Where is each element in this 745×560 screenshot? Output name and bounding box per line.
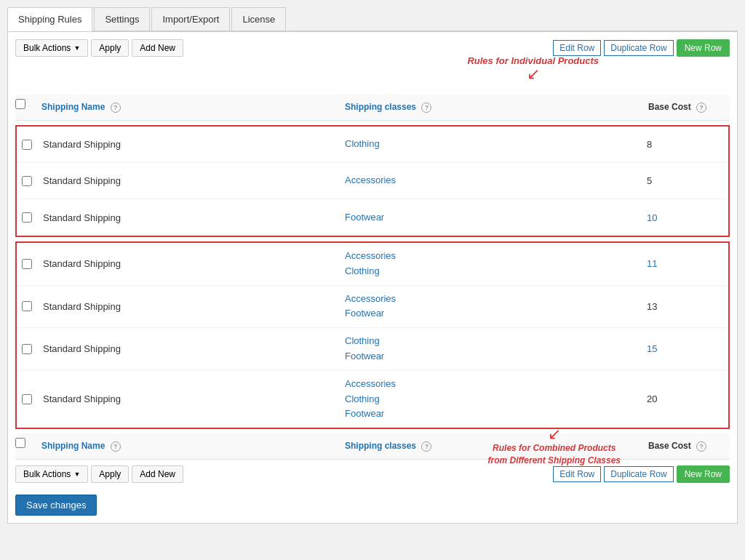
shipping-class-cell: Accessories Clothing Footwear: [339, 371, 641, 428]
table-header-top: Shipping Name ? Shipping classes ? Base …: [15, 95, 730, 121]
row-checkbox[interactable]: [22, 176, 32, 186]
row-checkbox-cell: [17, 243, 37, 285]
table-row: Standard Shipping Accessories Clothing F…: [17, 371, 728, 428]
row-checkbox-cell: [17, 199, 37, 236]
row-checkbox-cell: [17, 127, 37, 162]
base-cost-cell: 5: [641, 163, 728, 199]
table-row: Standard Shipping Accessories Clothing 1…: [17, 243, 728, 286]
bulk-actions-bottom-button[interactable]: Bulk Actions ▼: [15, 465, 88, 483]
table-header-bottom: Shipping Name ? Shipping classes ? Base …: [15, 433, 730, 460]
shipping-classes-info-icon-bottom[interactable]: ?: [421, 441, 431, 452]
tab-shipping-rules[interactable]: Shipping Rules: [7, 7, 92, 31]
table-row: Standard Shipping Clothing 8: [17, 127, 728, 163]
rule-group-1: Standard Shipping Clothing 8 Standard Sh…: [15, 125, 730, 237]
save-changes-button[interactable]: Save changes: [15, 495, 97, 516]
row-checkbox-cell: [17, 286, 37, 328]
shipping-name-cell: Standard Shipping: [37, 328, 339, 370]
shipping-name-cell: Standard Shipping: [37, 199, 339, 236]
edit-row-top-button[interactable]: Edit Row: [553, 40, 601, 56]
select-all-top-checkbox[interactable]: [15, 99, 25, 109]
edit-row-bottom-button[interactable]: Edit Row: [553, 466, 601, 482]
base-cost-header-bottom: Base Cost ?: [642, 438, 730, 455]
shipping-class-cell: Clothing Footwear: [339, 328, 641, 370]
base-cost-cell: 10: [641, 199, 728, 236]
shipping-class-cell: Accessories: [339, 163, 641, 199]
annotation-top-area: Rules for Individual Products ↙: [15, 63, 730, 92]
annotation-top: Rules for Individual Products ↙: [467, 55, 599, 82]
shipping-name-cell: Standard Shipping: [37, 371, 339, 428]
shipping-name-info-icon-bottom[interactable]: ?: [111, 441, 121, 452]
tab-bar: Shipping Rules Settings Import/Export Li…: [7, 7, 738, 31]
shipping-name-header-bottom: Shipping Name ?: [36, 438, 339, 455]
select-all-bottom-checkbox[interactable]: [15, 438, 25, 448]
table-row: Standard Shipping Clothing Footwear 15: [17, 328, 728, 371]
annotation-bottom-text: Rules for Combined Productsfrom Differen…: [488, 442, 621, 467]
row-checkbox[interactable]: [22, 140, 32, 150]
base-cost-cell: 8: [641, 127, 728, 162]
row-checkbox-cell: [17, 328, 37, 370]
apply-bottom-button[interactable]: Apply: [91, 465, 129, 483]
bulk-actions-top-button[interactable]: Bulk Actions ▼: [15, 39, 88, 57]
toolbar-right-bottom: Edit Row Duplicate Row New Row: [553, 465, 730, 483]
base-cost-info-icon-top[interactable]: ?: [696, 103, 706, 113]
shipping-class-cell: Clothing: [339, 127, 641, 162]
tab-settings[interactable]: Settings: [94, 7, 150, 31]
annotation-bottom: ↙ Rules for Combined Productsfrom Differ…: [488, 426, 621, 467]
row-checkbox-cell: [17, 371, 37, 428]
shipping-class-cell: Accessories Clothing: [339, 243, 641, 285]
tab-license[interactable]: License: [231, 7, 286, 31]
add-new-bottom-button[interactable]: Add New: [132, 465, 183, 483]
shipping-classes-header-top: Shipping classes ?: [339, 99, 642, 116]
shipping-classes-info-icon-top[interactable]: ?: [421, 103, 431, 113]
base-cost-cell: 15: [641, 328, 728, 370]
base-cost-cell: 11: [641, 243, 728, 285]
row-checkbox[interactable]: [22, 344, 32, 354]
row-checkbox[interactable]: [22, 259, 32, 269]
dropdown-arrow-bottom-icon: ▼: [73, 471, 80, 478]
base-cost-header-top: Base Cost ?: [642, 99, 730, 116]
row-checkbox-cell: [17, 163, 37, 199]
table-row: Standard Shipping Footwear 10: [17, 199, 728, 236]
table-row: Standard Shipping Accessories 5: [17, 163, 728, 199]
rule-group-2: Standard Shipping Accessories Clothing 1…: [15, 241, 730, 429]
shipping-class-cell: Footwear: [339, 199, 641, 236]
base-cost-cell: 20: [641, 371, 728, 428]
bottom-toolbar: Bulk Actions ▼ Apply Add New Edit Row Du…: [15, 465, 730, 483]
base-cost-info-icon-bottom[interactable]: ?: [696, 441, 706, 452]
shipping-name-info-icon[interactable]: ?: [111, 103, 121, 113]
top-toolbar: Bulk Actions ▼ Apply Add New Edit Row Du…: [15, 39, 730, 57]
table-row: Standard Shipping Accessories Footwear 1…: [17, 286, 728, 329]
checkbox-header-top: [15, 99, 36, 116]
new-row-bottom-button[interactable]: New Row: [677, 465, 730, 483]
content-area: Bulk Actions ▼ Apply Add New Edit Row Du…: [7, 31, 738, 524]
row-checkbox[interactable]: [22, 212, 32, 223]
shipping-name-cell: Standard Shipping: [37, 127, 339, 162]
toolbar-right-top: Edit Row Duplicate Row New Row: [553, 39, 730, 57]
duplicate-row-top-button[interactable]: Duplicate Row: [604, 40, 673, 56]
row-checkbox[interactable]: [22, 394, 32, 404]
tab-import-export[interactable]: Import/Export: [151, 7, 230, 31]
shipping-name-header-top: Shipping Name ?: [36, 99, 339, 116]
duplicate-row-bottom-button[interactable]: Duplicate Row: [604, 466, 673, 482]
add-new-top-button[interactable]: Add New: [132, 39, 183, 57]
bottom-section: Shipping Name ? Shipping classes ? Base …: [15, 433, 730, 460]
base-cost-cell: 13: [641, 286, 728, 328]
arrow-down-icon: ↙: [527, 66, 540, 82]
checkbox-header-bottom: [15, 438, 36, 455]
apply-top-button[interactable]: Apply: [91, 39, 129, 57]
shipping-name-cell: Standard Shipping: [37, 286, 339, 328]
dropdown-arrow-icon: ▼: [73, 44, 80, 52]
arrow-up-icon: ↙: [548, 426, 561, 442]
new-row-top-button[interactable]: New Row: [677, 39, 730, 57]
shipping-name-cell: Standard Shipping: [37, 163, 339, 199]
shipping-class-cell: Accessories Footwear: [339, 286, 641, 328]
shipping-name-cell: Standard Shipping: [37, 243, 339, 285]
row-checkbox[interactable]: [22, 301, 32, 311]
